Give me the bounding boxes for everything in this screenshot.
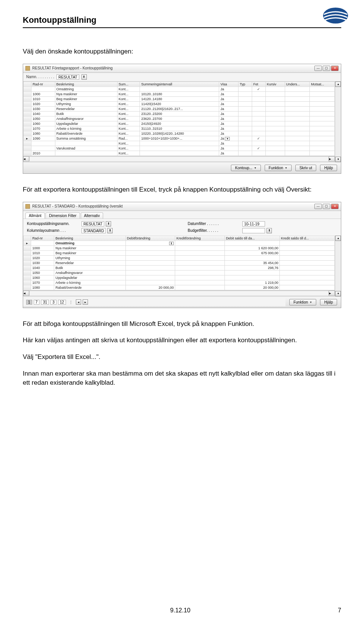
pager-next[interactable]: ▸ [83, 299, 88, 305]
close-button[interactable]: ✕ [331, 66, 339, 71]
budget-label: Budgetfilter. . . . . . [188, 228, 241, 233]
window-kontouppstallning: RESULTAT Företagsrapport - Kontouppställ… [23, 64, 341, 174]
vertical-scrollbar[interactable]: ▴▾ [335, 236, 341, 296]
name-field[interactable]: RESULTAT [56, 74, 79, 80]
datum-label: Datumfilter . . . . . . [188, 222, 241, 226]
tab-allmant[interactable]: Allmänt [25, 212, 45, 219]
table-row[interactable]: ▸ 1090Summa omsättningRad... 1000+1010+1… [24, 136, 335, 141]
col-radnr[interactable]: Rad-nr [31, 236, 54, 241]
window-title: RESULTAT Företagsrapport - Kontouppställ… [32, 66, 314, 70]
table-row[interactable]: 1000Nya maskinerKont... 10120..10180Ja [24, 91, 335, 96]
table-row[interactable]: 1060UppslagsdelarKont... 24150|24920Ja [24, 121, 335, 126]
table-row[interactable]: 1030Reservdelar 35 454,00 [24, 260, 335, 265]
table-row[interactable]: 2010Kont... Ja [24, 151, 335, 156]
horizontal-scrollbar[interactable]: ◂▸ [23, 156, 335, 162]
company-logo [322, 7, 349, 26]
maximize-button[interactable]: ▢ [323, 204, 330, 209]
maximize-button[interactable]: ▢ [323, 66, 330, 71]
funktion-button-2[interactable]: Funktion▼ [289, 299, 316, 305]
budget-field[interactable] [242, 228, 265, 233]
paragraph-6: Innan man exporterar ska man bestämma om… [23, 369, 341, 387]
lookup-button[interactable]: ⬆ [107, 228, 113, 233]
close-button[interactable]: ✕ [331, 204, 339, 209]
table-row[interactable]: 1050AnskaffningsvarorKont... 23620..2370… [24, 116, 335, 121]
col-fet[interactable]: Fet [252, 82, 266, 87]
table-row[interactable]: 1060Uppslagsdelar [24, 275, 335, 280]
kol-field[interactable]: STANDARD [82, 228, 106, 233]
knamn-label: Kontouppställningsnamn. [27, 222, 80, 226]
col-debit[interactable]: Debitförändring [126, 236, 175, 241]
table-row[interactable]: ▸ Omsättning ⬆ [24, 241, 335, 245]
col-sum[interactable]: Sum... [117, 82, 140, 87]
pager-prev[interactable]: ◂ [76, 299, 81, 305]
col-visa[interactable]: Visa [219, 82, 238, 87]
table-row[interactable]: 1040Butik 298,76 [24, 265, 335, 270]
horizontal-scrollbar[interactable]: ◂▸ [23, 290, 335, 296]
tab-dimension[interactable]: Dimension Filter [46, 212, 80, 219]
paragraph-2: För att exportera kontouppställningen ti… [23, 185, 341, 194]
vertical-scrollbar[interactable]: ▴▾ [335, 82, 341, 162]
svg-point-0 [323, 8, 348, 24]
funktion-button[interactable]: Funktion▼ [265, 165, 292, 171]
col-typ[interactable]: Typ [238, 82, 252, 87]
col-beskrivning[interactable]: Beskrivning [54, 236, 126, 241]
col-sumintervall[interactable]: Summeringsintervall [140, 82, 219, 87]
name-label: Namn. . . . . . . . . [26, 75, 54, 79]
table-row[interactable]: 1040ButikKont... 23120..23200Ja [24, 111, 335, 116]
kol-label: Kolumnlayoutnamn . . . [27, 228, 80, 233]
table-row[interactable]: 1070Arbete o körning 1 219,00 [24, 280, 335, 285]
table-row[interactable]: 1030ReservdelarKont... 21120..21200|2162… [24, 106, 335, 111]
table-row[interactable]: Kont... Ja [24, 141, 335, 146]
pager-3[interactable]: 3 [50, 300, 56, 305]
hjalp-button[interactable]: Hjälp [320, 165, 337, 171]
col-motsat[interactable]: Motsat... [310, 82, 335, 87]
minimize-button[interactable]: — [314, 66, 322, 71]
footer-page: 7 [338, 607, 341, 614]
grid-table[interactable]: Rad-nr Beskrivning Sum... Summeringsinte… [23, 82, 335, 156]
table-row[interactable]: 1010Beg maskinerKont... 14120..14180Ja [24, 96, 335, 101]
kontoup-button[interactable]: Kontoup...▼ [231, 165, 261, 171]
table-row[interactable]: VarukostnadKont... Ja ✓ [24, 146, 335, 151]
pager-7[interactable]: 7 [34, 300, 40, 305]
window-title-2: RESULTAT - STANDARD - Kontouppställning … [32, 204, 314, 208]
table-row[interactable]: 1000Nya maskiner 1 620 000,00 [24, 245, 335, 250]
col-debitsaldo[interactable]: Debit saldo till da... [224, 236, 279, 241]
pager-31[interactable]: 31 [41, 300, 49, 305]
page-title: Kontouppställning [23, 15, 341, 25]
paragraph-3: För att bifoga kontouppställningen till … [23, 319, 341, 329]
pager-12[interactable]: 12 [58, 300, 66, 305]
lookup-button[interactable]: ⬆ [82, 74, 87, 80]
table-row[interactable]: OmsättningKont... Ja ✓ [24, 87, 335, 91]
col-kredit[interactable]: Kreditförändring [175, 236, 225, 241]
paragraph-4: Här kan väljas antingen att skriva ut ko… [23, 336, 341, 345]
col-radnr[interactable]: Rad-nr [31, 82, 55, 87]
col-unders[interactable]: Unders... [285, 82, 310, 87]
skrivut-button[interactable]: Skriv ut [295, 165, 316, 171]
hjalp-button-2[interactable]: Hjälp [320, 299, 337, 305]
app-icon [25, 204, 30, 209]
lookup-button[interactable]: ⬆ [106, 221, 111, 227]
tab-alternativ[interactable]: Alternativ [81, 212, 104, 219]
intro-paragraph: Välj den önskade kontouppställningen: [23, 47, 341, 56]
paragraph-5: Välj "Exportera till Excel...". [23, 352, 341, 362]
col-kreditsaldo[interactable]: Kredit saldo till d... [279, 236, 334, 241]
minimize-button[interactable]: — [314, 204, 322, 209]
table-row[interactable]: 1080Rabatt/övervärdeKont... 10220..10280… [24, 131, 335, 136]
window-oversikt: RESULTAT - STANDARD - Kontouppställning … [23, 202, 341, 308]
pager-1[interactable]: 1 [26, 300, 32, 305]
table-row[interactable]: 1050Anskaffningsvaror [24, 270, 335, 275]
footer-date: 9.12.10 [170, 607, 190, 614]
knamn-field[interactable]: RESULTAT [82, 221, 104, 227]
table-row[interactable]: 1010Beg maskiner 675 000,00 [24, 250, 335, 255]
app-icon [25, 66, 30, 71]
col-beskrivning[interactable]: Beskrivning [55, 82, 117, 87]
lookup-button[interactable]: ⬆ [267, 228, 272, 233]
col-kursiv[interactable]: Kursiv [265, 82, 285, 87]
datum-field[interactable]: 10-11-19 [242, 221, 265, 227]
table-row[interactable]: 1070Arbete o körningKont... 31110..31510… [24, 126, 335, 131]
table-row[interactable]: 1020UthyrningKont... 11420|15420Ja [24, 101, 335, 106]
table-row[interactable]: 1020Uthyrning [24, 255, 335, 260]
table-row[interactable]: 1080Rabatt/övervärde 20 000,00 20 000,00 [24, 285, 335, 290]
grid-table-2[interactable]: Rad-nr Beskrivning Debitförändring Kredi… [23, 236, 335, 290]
